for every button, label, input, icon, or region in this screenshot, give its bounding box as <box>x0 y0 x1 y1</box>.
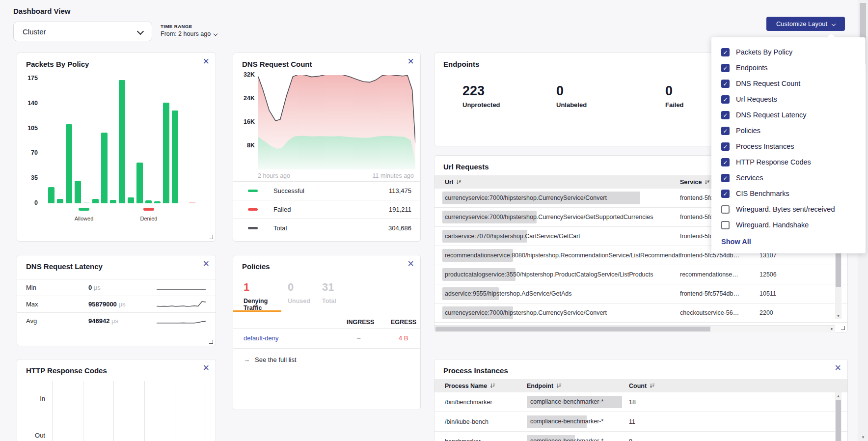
card-title: HTTP Response Codes <box>17 359 216 375</box>
policy-stat-tab[interactable]: 0 Unused <box>288 281 322 311</box>
sort-icon <box>650 383 655 388</box>
customize-layout-menu: Packets By Policy Endpoints DNS Request … <box>711 37 866 253</box>
stat-value: 223 <box>462 83 556 99</box>
table-header: Process Name Endpoint Count <box>434 379 847 392</box>
menu-item-label: Endpoints <box>736 64 768 72</box>
checkbox[interactable] <box>721 174 730 182</box>
checkbox[interactable] <box>721 64 730 72</box>
scroll-right-arrow[interactable]: ▸ <box>831 326 833 331</box>
checkbox[interactable] <box>721 205 730 214</box>
latency-row: Min 0 µs <box>17 279 216 296</box>
checkbox[interactable] <box>721 158 730 166</box>
time-range-from[interactable]: From: 2 hours ago <box>161 30 217 37</box>
count-cell: 10511 <box>760 290 847 297</box>
sparkline <box>157 315 206 327</box>
menu-item[interactable]: Wireguard. Bytes sent/received <box>711 201 866 217</box>
menu-item-label: Wireguard. Bytes sent/received <box>736 205 835 213</box>
chevron-down-icon <box>214 32 217 36</box>
card-title: Policies <box>233 255 420 271</box>
close-icon[interactable]: × <box>835 362 841 373</box>
column-header-endpoint[interactable]: Endpoint <box>527 383 629 389</box>
sort-icon <box>705 179 710 185</box>
menu-item[interactable]: CIS Benchmarks <box>711 186 866 201</box>
sort-icon <box>490 383 495 388</box>
table-row[interactable]: benchmarker compliance-benchmarker-* 9 <box>434 432 847 441</box>
checkbox[interactable] <box>721 190 730 198</box>
show-all-link[interactable]: Show All <box>721 238 856 246</box>
menu-item[interactable]: Wireguard. Handshake <box>711 217 866 233</box>
card-title: DNS Request Latency <box>17 255 216 271</box>
view-selector-dropdown[interactable]: Cluster <box>13 22 152 41</box>
legend-row: Total 304,686 <box>233 219 420 237</box>
service-cell: recommendationse… <box>680 271 760 278</box>
checkbox[interactable] <box>721 95 730 104</box>
menu-item[interactable]: Policies <box>711 123 866 138</box>
menu-item[interactable]: Process Instances <box>711 138 866 154</box>
legend-label: Denied <box>140 216 158 221</box>
menu-item-label: Url Requests <box>736 95 777 103</box>
legend-value: 113,475 <box>389 187 411 194</box>
checkbox[interactable] <box>721 221 730 229</box>
table-row[interactable]: adservice:9555/hipstershop.AdService/Get… <box>434 284 847 303</box>
menu-item-label: CIS Benchmarks <box>736 190 789 197</box>
table-row[interactable]: /bin/kube-bench compliance-benchmarker-*… <box>434 412 847 432</box>
close-icon[interactable]: × <box>407 258 414 269</box>
horizontal-scrollbar[interactable]: ▸ <box>434 325 835 332</box>
card-title: DNS Request Count <box>233 53 420 68</box>
policy-egress-value: 4 B <box>399 329 408 348</box>
stat-label: Failed <box>665 101 684 109</box>
http-chart-grid <box>17 381 208 441</box>
scrollbar-thumb[interactable] <box>836 400 841 441</box>
column-header-url[interactable]: Url <box>434 179 680 186</box>
checkbox[interactable] <box>721 111 730 119</box>
legend-row: Successful 113,475 <box>233 181 420 200</box>
legend-label: Total <box>273 224 287 232</box>
count-cell: 18 <box>629 399 847 406</box>
menu-item[interactable]: Packets By Policy <box>711 44 866 60</box>
close-icon[interactable]: × <box>203 362 209 373</box>
table-row[interactable]: currencyservice:7000/hipstershop.Currenc… <box>434 303 847 323</box>
scroll-down-arrow[interactable]: ▾ <box>858 435 868 440</box>
vertical-scrollbar[interactable]: ▴ <box>835 392 841 441</box>
menu-item[interactable]: DNS Request Latency <box>711 107 866 123</box>
latency-value: 95879000 µs <box>88 301 125 308</box>
close-icon[interactable]: × <box>407 56 414 67</box>
policy-stat-tab[interactable]: 31 Total <box>322 281 366 311</box>
scroll-up-arrow[interactable]: ▴ <box>835 393 841 398</box>
stat-label: Unprotected <box>462 101 556 109</box>
card-dns-request-latency: DNS Request Latency × Min 0 µs Max 95879… <box>17 255 216 346</box>
customize-layout-button[interactable]: Customize Layout <box>766 17 845 31</box>
checkbox[interactable] <box>721 127 730 135</box>
card-packets-by-policy: Packets By Policy × 17514010570350 Allow… <box>17 53 216 242</box>
policy-name-link[interactable]: default-deny <box>244 329 279 348</box>
legend-swatch <box>248 208 258 211</box>
row-label-in: In <box>26 395 45 402</box>
checkbox[interactable] <box>721 80 730 88</box>
dns-legend-table: Successful 113,475 Failed 191,211 Total … <box>233 181 420 237</box>
menu-item[interactable]: Services <box>711 170 866 186</box>
close-icon[interactable]: × <box>203 258 209 269</box>
resize-handle[interactable] <box>209 235 213 239</box>
card-http-response-codes: HTTP Response Codes × In Out <box>17 359 216 441</box>
table-row[interactable]: productcatalogservice:3550/hipstershop.P… <box>434 265 847 284</box>
checkbox[interactable] <box>721 142 730 151</box>
column-header-count[interactable]: Count <box>629 383 847 389</box>
menu-item[interactable]: Url Requests <box>711 91 866 107</box>
policy-stat-tab[interactable]: 1 Denying Traffic <box>244 281 288 311</box>
resize-handle[interactable] <box>209 340 213 344</box>
see-full-list-link[interactable]: →See the full list <box>244 356 297 363</box>
dashboard-page: Dashboard View Cluster TIME RANGE From: … <box>0 0 868 441</box>
column-header-process-name[interactable]: Process Name <box>434 383 527 389</box>
table-row[interactable]: /bin/benchmarker compliance-benchmarker-… <box>434 392 847 412</box>
resize-handle[interactable] <box>841 326 845 330</box>
egress-header: EGRESS <box>391 319 416 326</box>
menu-item[interactable]: Endpoints <box>711 60 866 76</box>
checkbox[interactable] <box>721 48 730 56</box>
menu-item[interactable]: DNS Request Count <box>711 76 866 91</box>
menu-item[interactable]: HTTP Response Codes <box>711 154 866 170</box>
stat-block: 0 Failed <box>665 83 684 109</box>
scrollbar-thumb[interactable] <box>435 327 710 331</box>
close-icon[interactable]: × <box>203 56 209 67</box>
stat-value: 31 <box>322 281 366 294</box>
scroll-down-arrow[interactable]: ▾ <box>835 313 841 318</box>
